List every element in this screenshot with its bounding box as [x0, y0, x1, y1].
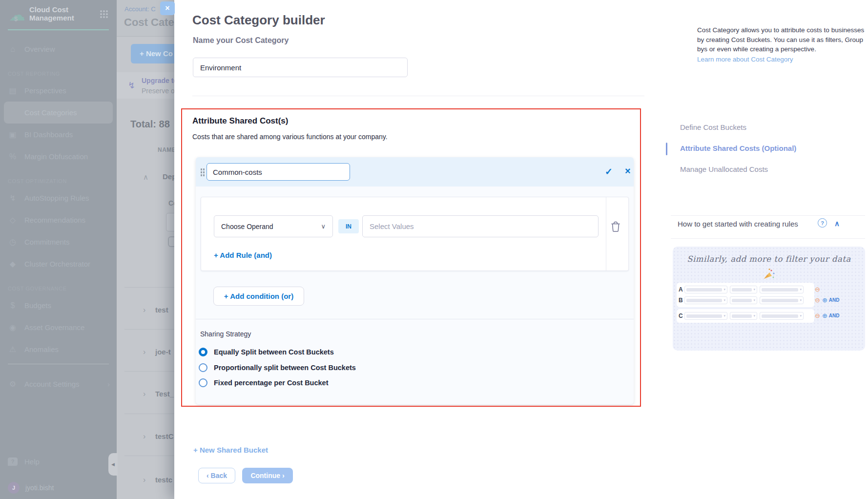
- sidebar-divider: [8, 364, 109, 364]
- rules-illustration-panel: Similarly, add more to filter your data …: [673, 247, 865, 351]
- row-separator: [124, 329, 174, 330]
- sidebar-item-asset-governance: ◉ Asset Governance: [0, 316, 117, 338]
- sidebar-item-cluster-orchestrator: ◆ Cluster Orchestrator: [0, 253, 117, 275]
- learn-more-link[interactable]: Learn more about Cost Category: [697, 55, 868, 64]
- add-condition-button[interactable]: + Add condition (or): [213, 287, 304, 306]
- dashboard-icon: ▣: [7, 130, 19, 139]
- skeleton-select: ▾: [684, 312, 727, 320]
- name-column-header: NAME: [158, 146, 174, 153]
- skeleton-select: ▾: [760, 286, 804, 293]
- skeleton-rule-group: A ▾ ▾ ▾ B ▾ ▾ ▾: [677, 283, 814, 307]
- row-c-icons: ⊖ ⊕ AND: [815, 312, 839, 319]
- table-row: Test_: [155, 390, 174, 398]
- continue-button[interactable]: Continue ›: [242, 468, 293, 483]
- sidebar-item-account-settings: ⚙ Account Settings ›: [7, 374, 110, 394]
- radio-unselected-icon: [199, 378, 207, 387]
- drawer-title: Cost Category builder: [192, 13, 325, 28]
- row-separator: [124, 287, 174, 288]
- shared-bucket-header: ✓ ×: [196, 157, 634, 187]
- howto-accordion-header[interactable]: How to get started with creating rules: [678, 220, 798, 228]
- step-define-cost-buckets[interactable]: Define Cost Buckets: [680, 123, 746, 131]
- chevron-right-icon: ›: [143, 390, 145, 398]
- remove-circle-icon: ⊖: [815, 286, 820, 293]
- sidebar-header: ☁$ Cloud Cost Management: [8, 0, 109, 30]
- row-separator: [124, 456, 174, 456]
- sidebar-user: J jyoti.bisht: [7, 480, 110, 495]
- radio-unselected-icon: [199, 363, 207, 372]
- operand-select[interactable]: Choose Operand ∨: [214, 215, 333, 237]
- dimmed-background-page: Account: C Cost Cate + New Co ↯ Upgrade …: [117, 0, 174, 499]
- chevron-right-icon: ›: [143, 432, 145, 441]
- skeleton-rule-row-a: A ▾ ▾ ▾: [679, 284, 812, 295]
- skeleton-rule-group: C ▾ ▾ ▾: [677, 309, 814, 323]
- step-attribute-shared-costs[interactable]: Attribute Shared Costs (Optional): [680, 144, 796, 152]
- background-input-fragment: [166, 213, 174, 231]
- new-shared-bucket-link[interactable]: + New Shared Bucket: [193, 446, 268, 454]
- add-rule-link[interactable]: + Add Rule (and): [214, 251, 272, 259]
- sidebar-item-autostopping-rules: ↯ AutoStopping Rules: [0, 187, 117, 209]
- skeleton-select: ▾: [684, 286, 727, 293]
- module-grid-icon: [100, 10, 108, 18]
- sidebar-item-perspectives: ▤ Perspectives: [0, 80, 117, 102]
- governance-icon: ◉: [7, 323, 19, 332]
- bolt-icon: ↯: [7, 193, 19, 203]
- chart-icon: ▤: [7, 86, 19, 95]
- table-row: testc: [155, 476, 172, 484]
- chevron-right-icon: ›: [143, 306, 145, 314]
- delete-rule-button[interactable]: [610, 221, 622, 232]
- cancel-x-icon[interactable]: ×: [625, 166, 631, 177]
- table-row: testC: [155, 432, 174, 440]
- sidebar-item-budgets: $ Budgets: [0, 294, 117, 316]
- chevron-down-icon: ∨: [321, 223, 326, 230]
- home-icon: ⌂: [7, 45, 19, 54]
- new-cost-category-button: + New Co: [131, 44, 174, 63]
- chevron-right-icon: ›: [143, 476, 145, 484]
- bucket-name-input[interactable]: [207, 163, 350, 181]
- close-drawer-button[interactable]: ×: [160, 1, 175, 15]
- chevron-up-icon: ∧: [143, 173, 148, 182]
- and-label: AND: [829, 297, 840, 303]
- cloud-cost-logo-icon: ☁$: [9, 7, 25, 22]
- sidebar-item-help: ? Help: [7, 453, 110, 470]
- sidebar-item-cost-categories: △ Cost Categories: [4, 102, 113, 124]
- chevron-up-icon[interactable]: ∧: [834, 219, 840, 228]
- cost-category-name-input[interactable]: [193, 58, 408, 77]
- chevron-right-icon: ›: [107, 380, 110, 388]
- sidebar-item-overview: ⌂ Overview: [0, 38, 117, 60]
- alert-shield-icon: ⚠: [7, 345, 19, 354]
- table-row-expanded: Deplo: [163, 172, 174, 181]
- radio-proportionally-split[interactable]: Proportionally split between Cost Bucket…: [199, 363, 356, 373]
- skeleton-select: ▾: [730, 286, 757, 293]
- shared-bucket-card: ✓ × Choose Operand ∨ IN +: [196, 157, 634, 404]
- category-icon: △: [7, 108, 19, 117]
- active-step-indicator: [666, 143, 667, 155]
- skeleton-rule-row-c: C ▾ ▾ ▾: [679, 311, 812, 321]
- name-section-label: Name your Cost Category: [193, 36, 289, 45]
- and-label: AND: [829, 313, 840, 318]
- operator-in-badge[interactable]: IN: [338, 219, 359, 233]
- select-values-input[interactable]: [362, 215, 599, 237]
- drag-cursor-icon: [168, 236, 174, 247]
- row-separator: [124, 414, 174, 414]
- avatar: J: [8, 482, 20, 494]
- help-bubble-icon: ?: [8, 457, 18, 466]
- skeleton-select: ▾: [760, 296, 804, 304]
- drag-handle-icon[interactable]: [200, 168, 205, 176]
- radio-fixed-percentage[interactable]: Fixed percentage per Cost Bucket: [199, 378, 329, 388]
- back-button[interactable]: ‹ Back: [198, 468, 235, 483]
- add-circle-icon: ⊕: [822, 312, 827, 319]
- sidebar-collapse-handle[interactable]: ◀: [108, 453, 118, 476]
- sharing-strategy-label: Sharing Strategy: [200, 330, 251, 338]
- help-circle-icon[interactable]: ?: [818, 218, 827, 228]
- sidebar-nav: ⌂ Overview COST REPORTING ▤ Perspectives…: [0, 38, 117, 360]
- confirm-check-icon[interactable]: ✓: [605, 166, 613, 177]
- row-a-icons: ⊖: [815, 286, 822, 293]
- skeleton-rule-row-b: B ▾ ▾ ▾: [679, 295, 812, 306]
- radio-equally-split[interactable]: Equally Split between Cost Buckets: [199, 347, 334, 357]
- row-b-icons: ⊖ ⊕ AND: [815, 296, 839, 304]
- page-title: Cost Cate: [124, 16, 174, 29]
- clock-icon: ◷: [7, 237, 19, 247]
- cost-bucket-sublabel: Co: [168, 199, 174, 207]
- skeleton-select: ▾: [760, 312, 804, 320]
- step-manage-unallocated-costs[interactable]: Manage Unallocated Costs: [680, 165, 768, 173]
